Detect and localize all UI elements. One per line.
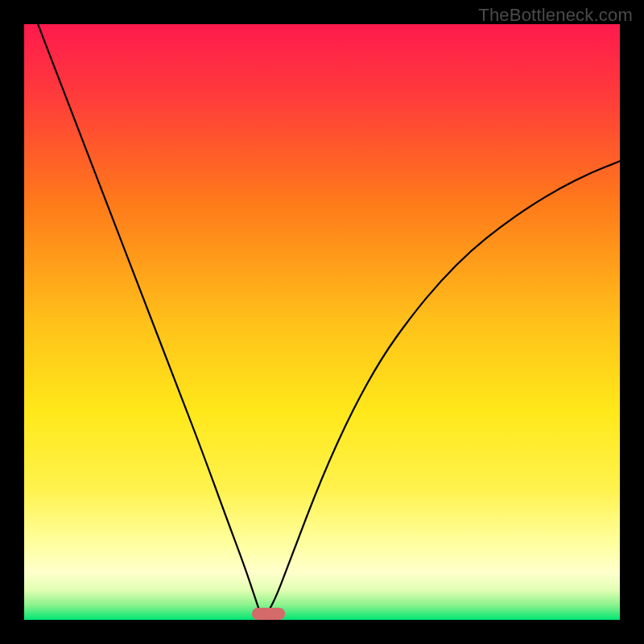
bottleneck-curve	[24, 24, 620, 620]
plot-area	[24, 24, 620, 620]
chart-frame: TheBottleneck.com	[0, 0, 644, 644]
curve-left-branch	[24, 24, 262, 620]
curve-right-branch	[262, 161, 620, 620]
optimal-marker	[252, 608, 285, 620]
watermark-text: TheBottleneck.com	[478, 5, 633, 26]
